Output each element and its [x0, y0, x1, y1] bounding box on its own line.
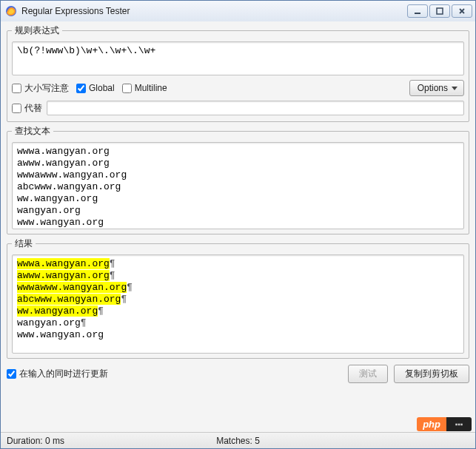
global-input[interactable]: [76, 84, 86, 93]
multiline-label: Multiline: [135, 83, 167, 93]
auto-update-label: 在输入的同时进行更新: [19, 368, 108, 380]
footer-controls: 在输入的同时进行更新 测试 复制到剪切板: [7, 362, 469, 385]
result-legend: 结果: [12, 237, 36, 250]
pilcrow-icon: ¶: [81, 317, 87, 328]
titlebar: Regular Expressions Tester: [1, 1, 475, 21]
result-line: wangyan.org¶: [17, 317, 459, 329]
search-fieldset: 查找文本 wwwa.wangyan.org awww.wangyan.org w…: [7, 125, 469, 234]
maximize-button[interactable]: [429, 4, 450, 18]
result-line: www.wangyan.org: [17, 329, 459, 341]
pilcrow-icon: ¶: [98, 305, 104, 317]
multiline-input[interactable]: [122, 84, 132, 93]
app-window: Regular Expressions Tester 规则表达式 \b(?!ww…: [0, 0, 476, 449]
copy-button[interactable]: 复制到剪切板: [394, 365, 469, 383]
php-badge-tail: ▪▪▪: [446, 417, 472, 431]
substitution-input[interactable]: [47, 101, 464, 115]
regex-input[interactable]: \b(?!www\b)\w+\.\w+\.\w+: [12, 41, 464, 75]
case-sensitive-label: 大小写注意: [24, 82, 69, 95]
result-fieldset: 结果 wwwa.wangyan.org¶awww.wangyan.org¶www…: [7, 237, 469, 359]
svg-rect-2: [437, 8, 443, 14]
search-legend: 查找文本: [12, 125, 53, 138]
result-output: wwwa.wangyan.org¶awww.wangyan.org¶wwwaww…: [12, 254, 464, 354]
substitution-input-check[interactable]: [12, 104, 21, 113]
matches-status: Matches: 5: [216, 436, 260, 446]
search-text-input[interactable]: wwwa.wangyan.org awww.wangyan.org wwwaww…: [12, 142, 464, 229]
result-line: wwwawww.wangyan.org¶: [17, 282, 459, 294]
result-line: awww.wangyan.org¶: [17, 270, 459, 282]
pilcrow-icon: ¶: [110, 258, 115, 269]
global-checkbox[interactable]: Global: [76, 83, 115, 93]
pilcrow-icon: ¶: [121, 294, 127, 305]
firefox-icon: [5, 5, 17, 17]
result-text: ww.wangyan.org: [17, 305, 98, 317]
auto-update-input[interactable]: [7, 369, 16, 379]
statusbar: Duration: 0 ms Matches: 5: [1, 432, 475, 448]
substitution-row: 代替: [12, 101, 464, 115]
php-badge-text: php: [417, 417, 446, 431]
result-text: wwwa.wangyan.org: [17, 258, 110, 269]
case-sensitive-input[interactable]: [12, 84, 21, 93]
result-line: ww.wangyan.org¶: [17, 305, 459, 317]
close-button[interactable]: [452, 4, 472, 18]
result-text: abcwww.wangyan.org: [17, 294, 121, 305]
result-text: wangyan.org: [17, 317, 81, 328]
regex-options-row: 大小写注意 Global Multiline Options: [12, 80, 464, 96]
regex-fieldset: 规则表达式 \b(?!www\b)\w+\.\w+\.\w+ 大小写注意 Glo…: [7, 24, 469, 122]
statusbar-wrap: Duration: 0 ms Matches: 5: [1, 432, 475, 448]
pilcrow-icon: ¶: [110, 270, 115, 281]
test-button[interactable]: 测试: [348, 365, 388, 383]
result-text: www.wangyan.org: [17, 329, 104, 340]
chevron-down-icon: [452, 87, 457, 90]
substitution-label: 代替: [24, 102, 42, 115]
result-line: abcwww.wangyan.org¶: [17, 294, 459, 305]
regex-legend: 规则表达式: [12, 24, 62, 37]
content-area: 规则表达式 \b(?!www\b)\w+\.\w+\.\w+ 大小写注意 Glo…: [1, 21, 475, 432]
global-label: Global: [89, 83, 115, 93]
substitution-checkbox[interactable]: 代替: [12, 102, 42, 115]
result-text: awww.wangyan.org: [17, 270, 110, 281]
minimize-button[interactable]: [407, 4, 428, 18]
options-button-label: Options: [418, 83, 448, 93]
result-text: wwwawww.wangyan.org: [17, 282, 127, 293]
pilcrow-icon: ¶: [127, 282, 133, 293]
case-sensitive-checkbox[interactable]: 大小写注意: [12, 82, 69, 95]
multiline-checkbox[interactable]: Multiline: [122, 83, 167, 93]
php-watermark: php ▪▪▪: [417, 417, 472, 431]
svg-rect-1: [415, 13, 420, 14]
duration-status: Duration: 0 ms: [7, 436, 64, 446]
window-controls: [407, 4, 472, 18]
result-line: wwwa.wangyan.org¶: [17, 258, 459, 270]
options-button[interactable]: Options: [409, 80, 464, 96]
window-title: Regular Expressions Tester: [21, 6, 407, 16]
auto-update-checkbox[interactable]: 在输入的同时进行更新: [7, 368, 108, 380]
